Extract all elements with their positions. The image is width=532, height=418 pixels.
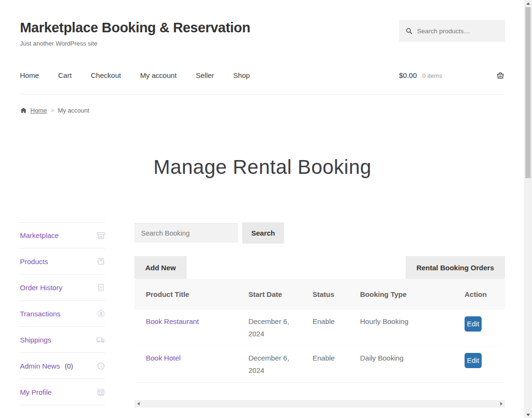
status-value: Enable	[309, 346, 356, 383]
storefront-icon	[96, 231, 105, 240]
dollar-circle-icon	[96, 309, 105, 318]
truck-icon	[96, 335, 105, 344]
info-circle-icon	[96, 361, 105, 370]
nav-item-my-account[interactable]: My account	[140, 71, 177, 79]
scroll-right-arrow-icon[interactable]	[497, 400, 505, 408]
sidebar-label: Products	[20, 257, 48, 266]
search-icon	[405, 27, 417, 35]
browser-viewport: Marketplace Booking & Reservation Just a…	[0, 0, 532, 418]
document-icon	[96, 283, 105, 292]
col-product-title: Product Title	[134, 279, 245, 310]
col-action: Action	[461, 279, 505, 310]
admin-news-count: (0)	[65, 362, 73, 370]
site-title[interactable]: Marketplace Booking & Reservation	[20, 20, 250, 36]
product-title-link[interactable]: Book Restaurant	[146, 317, 199, 325]
edit-button[interactable]: Edit	[465, 316, 482, 332]
scroll-up-arrow-icon[interactable]	[524, 0, 532, 7]
sidebar-item-products[interactable]: Products	[20, 248, 105, 275]
nav-item-home[interactable]: Home	[20, 71, 39, 79]
bookings-table: Product Title Start Date Status Booking …	[134, 279, 505, 383]
col-status: Status	[309, 279, 356, 310]
bookings-panel: Search Add New Rental Booking Orders Pro…	[134, 222, 505, 408]
sidebar-label: Transactions	[20, 310, 60, 318]
nav-item-shop[interactable]: Shop	[233, 71, 250, 79]
package-icon	[96, 257, 105, 266]
basket-icon	[496, 71, 505, 80]
site-branding: Marketplace Booking & Reservation Just a…	[20, 20, 250, 47]
sidebar-item-order-history[interactable]: Order History	[20, 275, 105, 301]
header-cart-link[interactable]: $0.00 0 items	[399, 71, 505, 80]
vertical-scrollbar-thumb[interactable]	[525, 7, 531, 178]
sidebar-item-transactions[interactable]: Transactions	[20, 301, 105, 327]
breadcrumb-home-link[interactable]: Home	[30, 107, 47, 114]
booking-search-button[interactable]: Search	[242, 222, 284, 244]
site-header: Marketplace Booking & Reservation Just a…	[20, 0, 505, 95]
sidebar-label: Order History	[20, 284, 62, 292]
table-row: Book Restaurant December 6, 2024 Enable …	[134, 310, 505, 346]
nav-item-seller[interactable]: Seller	[196, 71, 214, 79]
scroll-left-arrow-icon[interactable]	[134, 400, 142, 408]
rental-booking-orders-button[interactable]: Rental Booking Orders	[406, 256, 505, 279]
horizontal-scrollbar[interactable]	[134, 400, 505, 408]
add-new-button[interactable]: Add New	[134, 256, 187, 279]
vertical-scrollbar[interactable]	[524, 0, 532, 418]
sidebar-item-my-profile[interactable]: My Profile	[20, 379, 105, 405]
nav-item-cart[interactable]: Cart	[58, 71, 71, 79]
start-date: December 6, 2024	[248, 315, 294, 340]
profile-icon	[96, 388, 105, 397]
table-header-row: Product Title Start Date Status Booking …	[134, 279, 505, 310]
product-search-box	[399, 20, 505, 42]
status-value: Enable	[309, 310, 356, 346]
start-date: December 6, 2024	[248, 352, 294, 377]
home-icon	[20, 107, 27, 114]
page: Marketplace Booking & Reservation Just a…	[0, 0, 524, 418]
cart-total: $0.00	[399, 71, 417, 79]
cart-count: 0 items	[422, 72, 442, 79]
primary-nav: Home Cart Checkout My account Seller Sho…	[20, 71, 267, 80]
sidebar-label: My Profile	[20, 388, 52, 396]
edit-button[interactable]: Edit	[465, 353, 482, 368]
breadcrumb: Home > My account	[20, 107, 505, 114]
booking-type-value: Daily Booking	[356, 346, 461, 383]
breadcrumb-current: My account	[58, 107, 89, 114]
nav-item-checkout[interactable]: Checkout	[91, 71, 121, 79]
scroll-down-arrow-icon[interactable]	[524, 411, 532, 418]
col-booking-type: Booking Type	[356, 279, 461, 310]
product-title-link[interactable]: Book Hotel	[146, 354, 180, 362]
sidebar-item-marketplace[interactable]: Marketplace	[20, 222, 105, 248]
sidebar-item-shippings[interactable]: Shippings	[20, 327, 105, 353]
page-title: Manage Rental Booking	[20, 156, 505, 179]
product-search-input[interactable]	[417, 28, 499, 35]
sidebar-label: Marketplace	[20, 231, 59, 239]
booking-search-input[interactable]	[134, 223, 238, 243]
booking-type-value: Hourly Booking	[356, 310, 461, 346]
breadcrumb-separator: >	[51, 107, 54, 114]
col-start-date: Start Date	[245, 279, 309, 310]
table-row: Book Hotel December 6, 2024 Enable Daily…	[134, 346, 505, 383]
site-tagline: Just another WordPress site	[20, 40, 250, 47]
sidebar-label: Admin News	[20, 362, 60, 370]
sidebar-label: Shippings	[20, 336, 51, 344]
sidebar-item-admin-news[interactable]: Admin News (0)	[20, 353, 105, 379]
dashboard-sidebar: Marketplace Products	[20, 222, 105, 408]
